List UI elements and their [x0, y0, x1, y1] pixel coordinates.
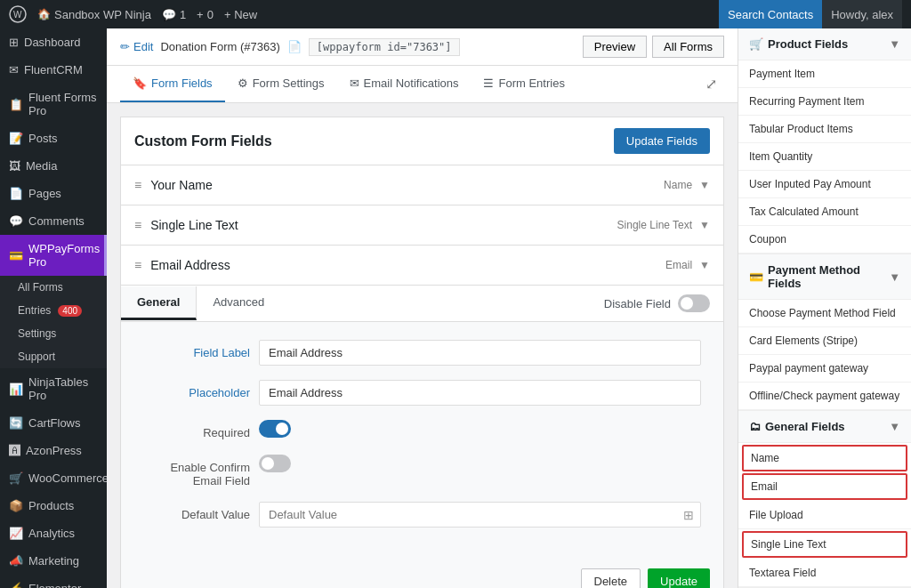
sidebar-item-azonpress[interactable]: 🅰 AzonPress [0, 437, 107, 464]
form-main: Custom Form Fields Update Fields ≡ Your … [107, 103, 738, 588]
sidebar-item-fluent-forms-pro[interactable]: 📋 Fluent Forms Pro [0, 84, 107, 125]
right-panel-item[interactable]: Tabular Product Items [738, 116, 911, 143]
default-value-label: Default Value [143, 502, 250, 521]
tab-email-notifications[interactable]: ✉ Email Notifications [337, 66, 472, 102]
right-panel-item[interactable]: Payment Item [738, 60, 911, 88]
right-panel-item[interactable]: Choose Payment Method Field [738, 300, 911, 327]
all-forms-button[interactable]: All Forms [652, 36, 724, 58]
enable-confirm-label: Enable Confirm Email Field [143, 455, 250, 487]
field-expanded-header[interactable]: ≡ Email Address Email ▼ [121, 246, 723, 286]
sidebar-item-pages[interactable]: 📄 Pages [0, 180, 107, 207]
sidebar-item-ninjatables[interactable]: 📊 NinjaTables Pro [0, 368, 107, 409]
site-name[interactable]: 🏠 Sandbox WP Ninja [37, 8, 151, 21]
chevron-up-icon: ▼ [699, 259, 710, 271]
required-label-text: Required [143, 420, 250, 439]
sidebar-item-comments[interactable]: 💬 Comments [0, 207, 107, 235]
placeholder-input[interactable] [259, 380, 701, 406]
field-label-label: Field Label [143, 340, 250, 359]
preview-button[interactable]: Preview [583, 36, 647, 58]
general-fields-icon: 🗂 [749, 420, 761, 433]
general-field-single-line[interactable]: Single Line Text [742, 531, 907, 558]
updates-notif[interactable]: + 0 [197, 8, 214, 21]
table-icon: 📊 [9, 383, 23, 396]
sidebar-item-support[interactable]: Support [9, 345, 107, 368]
shortcode-badge[interactable]: [wppayform id="7363"] [309, 38, 460, 56]
new-content-btn[interactable]: + New [224, 8, 257, 21]
comment-notif[interactable]: 💬 1 [162, 8, 186, 21]
tab-form-settings[interactable]: ⚙ Form Settings [225, 66, 337, 102]
right-panel-item[interactable]: User Inputed Pay Amount [738, 171, 911, 198]
analytics-icon: 📈 [9, 527, 23, 540]
field-form-actions: Delete Update [121, 560, 723, 588]
right-panel-item[interactable]: Item Quantity [738, 143, 911, 171]
right-panel-item[interactable]: Card Elements (Stripe) [738, 327, 911, 355]
update-button[interactable]: Update [648, 568, 710, 588]
disable-field-toggle[interactable] [678, 294, 710, 312]
enable-confirm-toggle[interactable] [259, 455, 291, 472]
grid-icon: ⊞ [683, 508, 694, 522]
field-label-input[interactable] [259, 340, 701, 366]
sidebar-item-media[interactable]: 🖼 Media [0, 152, 107, 180]
tab-form-fields[interactable]: 🔖 Form Fields [120, 66, 225, 102]
your-name-label: Your Name [150, 178, 213, 192]
general-fields-header: 🗂 General Fields ▼ [738, 411, 911, 443]
default-value-input[interactable] [259, 502, 701, 528]
tab-form-entries[interactable]: ☰ Form Entries [471, 66, 576, 102]
flow-icon: 🔄 [9, 416, 23, 430]
right-panel-item[interactable]: Offline/Check payment gateway [738, 383, 911, 410]
general-field-name[interactable]: Name [742, 445, 907, 471]
sidebar-item-products[interactable]: 📦 Products [0, 492, 107, 520]
field-label-input-wrap [259, 340, 701, 366]
woo-icon: 🛒 [9, 471, 23, 485]
right-panel-item[interactable]: Recurring Payment Item [738, 88, 911, 116]
product-fields-header: 🛒 Product Fields ▼ [738, 28, 911, 60]
breadcrumb-right: Preview All Forms [583, 36, 724, 58]
payment-method-fields-header: 💳 Payment Method Fields ▼ [738, 254, 911, 300]
edit-icon: ✏ [120, 40, 130, 53]
general-field-textarea[interactable]: Textarea Field [738, 560, 911, 587]
field-row-your-name[interactable]: ≡ Your Name Name ▼ [120, 165, 724, 205]
right-panel-item[interactable]: Coupon [738, 226, 911, 254]
field-row-single-line[interactable]: ≡ Single Line Text Single Line Text ▼ [120, 205, 724, 246]
payment-method-fields-title: 💳 Payment Method Fields [749, 263, 889, 290]
update-fields-button[interactable]: Update Fields [614, 128, 710, 154]
sidebar-item-dashboard[interactable]: ⊞ Dashboard [0, 28, 107, 56]
products-icon: 📦 [9, 499, 23, 512]
sidebar-item-all-forms[interactable]: All Forms [9, 276, 107, 299]
search-contacts-button[interactable]: Search Contacts [719, 0, 822, 28]
general-fields-items: Name Email File Upload Single Line Text … [738, 445, 911, 587]
general-field-file-upload[interactable]: File Upload [738, 502, 911, 529]
sidebar-item-settings[interactable]: Settings [9, 322, 107, 345]
sidebar-item-fluentcrm[interactable]: ✉ FluentCRM [0, 56, 107, 84]
required-toggle[interactable] [259, 420, 291, 438]
tab-general[interactable]: General [121, 286, 197, 320]
delete-button[interactable]: Delete [581, 568, 641, 588]
custom-fields-title: Custom Form Fields [134, 133, 272, 149]
right-panel-item[interactable]: Paypal payment gateway [738, 355, 911, 383]
admin-bar-right: Search Contacts Howdy, alex [719, 0, 902, 28]
sidebar-item-cartflows[interactable]: 🔄 CartFlows [0, 409, 107, 437]
sidebar-item-posts[interactable]: 📝 Posts [0, 125, 107, 152]
sidebar-item-entries[interactable]: Entries 400 [9, 299, 107, 322]
expand-icon[interactable]: ⤢ [698, 68, 724, 100]
right-panel-item[interactable]: Tax Calculated Amount [738, 198, 911, 226]
sidebar-item-analytics[interactable]: 📈 Analytics [0, 520, 107, 547]
edit-button[interactable]: ✏ Edit [120, 40, 153, 53]
field-label-row: Field Label [143, 340, 701, 366]
general-field-email[interactable]: Email [742, 473, 907, 500]
chevron-down-icon: ▼ [699, 179, 710, 191]
mail-icon: ✉ [9, 63, 19, 77]
enable-confirm-row: Enable Confirm Email Field [143, 455, 701, 487]
sidebar-item-woocommerce[interactable]: 🛒 WooCommerce [0, 464, 107, 492]
field-row-left: ≡ Your Name [134, 178, 213, 192]
breadcrumb-bar: ✏ Edit Donation Form (#7363) 📄 [wppayfor… [107, 28, 738, 66]
howdy-menu[interactable]: Howdy, alex [822, 0, 902, 28]
sidebar-item-elementor[interactable]: ⚡ Elementor [0, 575, 107, 588]
tab-advanced[interactable]: Advanced [197, 286, 280, 320]
drag-icon: ≡ [134, 258, 141, 272]
sidebar-item-wppayforms[interactable]: 💳 WPPayForms Pro [0, 235, 107, 276]
field-row-right: Email ▼ [665, 259, 710, 271]
sidebar-item-marketing[interactable]: 📣 Marketing [0, 547, 107, 575]
drag-icon: ≡ [134, 178, 141, 192]
svg-text:W: W [13, 10, 22, 20]
